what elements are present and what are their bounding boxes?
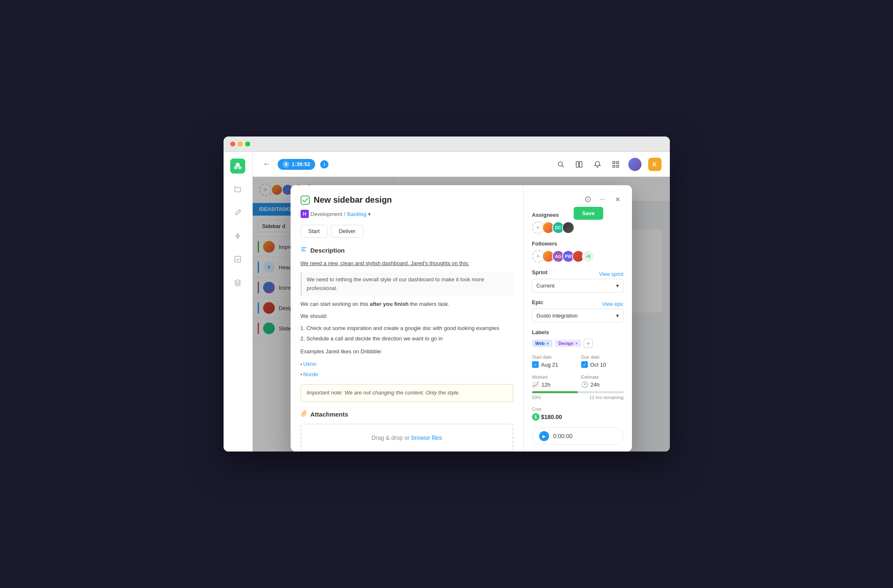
label-web-remove[interactable]: × bbox=[547, 341, 549, 346]
start-date-value: ✓ Aug 21 bbox=[532, 361, 575, 368]
timer-play-icon: ▮ bbox=[283, 161, 289, 168]
search-icon[interactable] bbox=[555, 159, 567, 170]
save-button[interactable]: Save bbox=[574, 207, 603, 220]
info-icon[interactable]: i bbox=[320, 160, 328, 169]
deliver-button[interactable]: Deliver bbox=[331, 225, 363, 238]
progress-percent: 50% bbox=[532, 395, 541, 400]
worked-item: Worked 📈 12h bbox=[532, 375, 575, 388]
desc-line-2: We can start working on this after you f… bbox=[301, 300, 513, 309]
dropzone-text: Drag & drop or bbox=[371, 434, 411, 441]
description-heading: Description bbox=[311, 247, 345, 254]
save-area: Save bbox=[574, 207, 603, 220]
epic-chevron-icon: ▾ bbox=[616, 313, 619, 319]
timer-time-display: 0:00:00 bbox=[553, 433, 573, 439]
content-wrapper: + +8 IDEAS/TASKS Cancel bbox=[253, 177, 670, 452]
followers-row: + AG PW +8 bbox=[532, 250, 624, 263]
timer-row: ▶ 0:00:00 bbox=[532, 427, 624, 445]
notification-icon[interactable] bbox=[592, 159, 603, 170]
cost-value: $ $180.00 bbox=[532, 413, 624, 421]
assignee-avatar-3 bbox=[562, 221, 575, 234]
italic-note: Important note: We are not changing the … bbox=[301, 384, 513, 402]
followers-more-count: +8 bbox=[582, 250, 595, 263]
start-date-label: Start date bbox=[532, 355, 575, 360]
list-item: 1. Check out some inspiration and create… bbox=[301, 323, 513, 334]
svg-point-2 bbox=[238, 166, 241, 169]
description-content: We need a new, clean and stylish dashboa… bbox=[301, 259, 513, 402]
date-row: Start date ✓ Aug 21 Due date bbox=[532, 355, 624, 368]
sprint-label: Sprint bbox=[532, 269, 548, 275]
svg-marker-3 bbox=[236, 233, 240, 239]
breadcrumb: H Development / Backlog ▾ bbox=[301, 210, 513, 218]
minimize-button[interactable] bbox=[238, 141, 243, 146]
svg-rect-10 bbox=[613, 165, 615, 167]
due-date-check-icon: ✓ bbox=[581, 361, 588, 368]
app-logo bbox=[230, 159, 245, 174]
add-label-button[interactable]: + bbox=[584, 339, 593, 348]
link-ueno[interactable]: Ueno bbox=[303, 361, 316, 367]
list-item: 2. Schedule a call and decide the direct… bbox=[301, 334, 513, 344]
grid-icon[interactable] bbox=[610, 159, 622, 170]
close-button[interactable]: ✕ bbox=[612, 194, 624, 205]
user-avatar[interactable] bbox=[628, 158, 642, 171]
estimate-clock-icon: 🕐 bbox=[581, 381, 588, 388]
timer-play-button[interactable]: ▶ bbox=[539, 431, 549, 441]
close-button[interactable] bbox=[230, 141, 235, 146]
right-top-actions: ··· ✕ bbox=[532, 194, 624, 205]
remaining-label: 12 hrs remaining bbox=[590, 395, 624, 400]
panels-icon[interactable] bbox=[573, 159, 585, 170]
sidebar-item-layers[interactable] bbox=[230, 275, 245, 290]
attachments-heading: Attachments bbox=[311, 411, 348, 418]
worked-label: Worked bbox=[532, 375, 575, 380]
label-web-text: Web bbox=[535, 341, 545, 346]
back-button[interactable]: ← bbox=[261, 159, 273, 170]
attachments-section: Attachments Drag & drop or browse files … bbox=[301, 410, 513, 452]
estimate-item: Estimate 🕐 24h bbox=[581, 375, 624, 388]
epic-dropdown[interactable]: Gusto integration ▾ bbox=[532, 309, 624, 323]
user-initial-avatar[interactable]: K bbox=[648, 158, 662, 171]
info-button[interactable] bbox=[582, 194, 594, 205]
desc-should: We should: bbox=[301, 312, 513, 321]
worked-value: 📈 12h bbox=[532, 381, 575, 388]
svg-rect-9 bbox=[617, 161, 619, 164]
sidebar-item-folder[interactable] bbox=[230, 182, 245, 197]
list-item[interactable]: Ueno bbox=[301, 359, 513, 370]
breadcrumb-project: Development bbox=[311, 211, 343, 217]
sidebar-item-edit[interactable] bbox=[230, 205, 245, 220]
svg-rect-8 bbox=[613, 161, 615, 164]
cost-label: Cost bbox=[532, 407, 624, 412]
sprint-dropdown[interactable]: Current ▾ bbox=[532, 279, 624, 293]
start-date-check-icon: ✓ bbox=[532, 361, 539, 368]
modal-title-row: New sidebar design bbox=[301, 195, 513, 205]
due-date-value: ✓ Oct 10 bbox=[581, 361, 624, 368]
due-date-item: Due date ✓ Oct 10 bbox=[581, 355, 624, 368]
task-check-icon[interactable] bbox=[301, 196, 310, 205]
description-icon bbox=[301, 246, 307, 254]
svg-point-5 bbox=[558, 162, 562, 166]
list-item[interactable]: Norde bbox=[301, 370, 513, 380]
more-options-button[interactable]: ··· bbox=[597, 194, 609, 205]
link-norde[interactable]: Norde bbox=[303, 371, 318, 377]
main-area: Design + Add task 📋 Task board bbox=[394, 177, 670, 452]
dollar-icon: $ bbox=[532, 413, 540, 421]
breadcrumb-board-link[interactable]: Backlog bbox=[347, 211, 366, 217]
sidebar-item-lightning[interactable] bbox=[230, 228, 245, 243]
svg-rect-6 bbox=[576, 161, 579, 167]
epic-label: Epic bbox=[532, 299, 543, 305]
modal-overlay: New sidebar design H Development / Backl… bbox=[253, 177, 670, 452]
left-sidebar bbox=[224, 152, 253, 452]
sidebar-item-check[interactable] bbox=[230, 252, 245, 267]
view-sprint-link[interactable]: View sprint bbox=[599, 271, 623, 277]
svg-rect-4 bbox=[235, 256, 241, 262]
label-design-remove[interactable]: × bbox=[575, 341, 578, 346]
progress-bar-fill bbox=[532, 391, 578, 393]
timer-badge[interactable]: ▮ 1:36:52 bbox=[278, 159, 316, 170]
blockquote: We need to rething the overall style of … bbox=[301, 272, 513, 296]
description-list: 1. Check out some inspiration and create… bbox=[301, 323, 513, 344]
start-button[interactable]: Start bbox=[301, 225, 328, 238]
estimate-value: 🕐 24h bbox=[581, 381, 624, 388]
browse-files-link[interactable]: browse files bbox=[411, 434, 442, 441]
drop-zone[interactable]: Drag & drop or browse files bbox=[301, 424, 513, 452]
view-epic-link[interactable]: View epic bbox=[602, 301, 623, 307]
fullscreen-button[interactable] bbox=[245, 141, 250, 146]
links-list: Ueno Norde bbox=[301, 359, 513, 380]
